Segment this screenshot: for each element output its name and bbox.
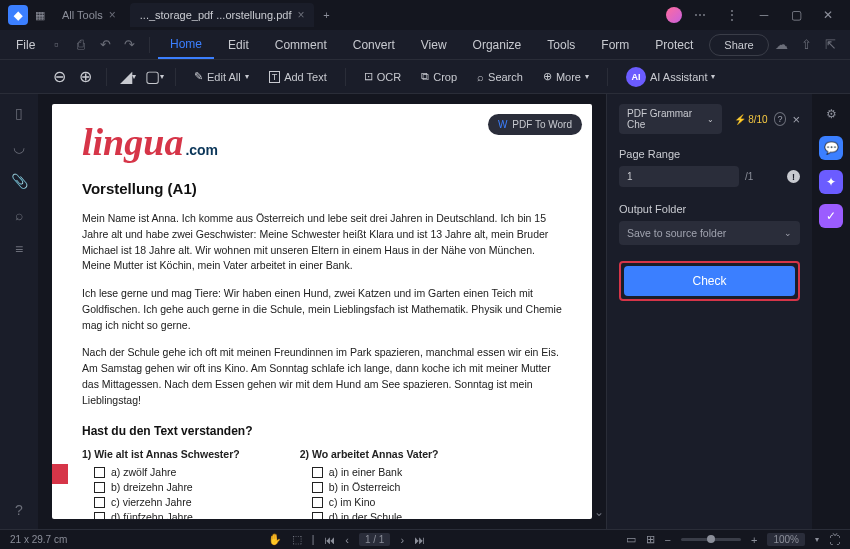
doc-subheading: Hast du den Text verstanden? [82,424,562,438]
page-range-input[interactable] [619,166,739,187]
fit-width-icon[interactable]: ⊞ [646,533,655,546]
checkbox[interactable] [94,512,105,519]
tab-all-tools[interactable]: All Tools× [52,3,126,27]
bookmarks-icon[interactable]: ◡ [10,138,28,156]
toolbox-icon[interactable]: ▦ [32,7,48,23]
zoom-out-icon[interactable]: − [665,534,671,546]
kebab-icon[interactable]: ⋮ [718,1,746,29]
file-menu[interactable]: File [8,34,43,56]
check-button[interactable]: Check [624,266,795,296]
ai-tool2-icon[interactable]: ✓ [819,204,843,228]
zoom-level: 100% [767,533,805,546]
tab-tools[interactable]: Tools [535,32,587,58]
scroll-down-icon[interactable]: ⌄ [594,505,604,519]
prev-page-icon[interactable]: ‹ [345,534,349,546]
hand-tool-icon[interactable]: ✋ [268,533,282,546]
close-button[interactable]: ✕ [814,1,842,29]
avatar[interactable] [666,7,682,23]
checkbox[interactable] [312,482,323,493]
statusbar: 21 x 29.7 cm ✋ ⬚ | ⏮ ‹ 1 / 1 › ⏭ ▭ ⊞ − +… [0,529,850,549]
tab-form[interactable]: Form [589,32,641,58]
checkbox[interactable] [312,497,323,508]
tab-organize[interactable]: Organize [461,32,534,58]
doc-paragraph: Mein Name ist Anna. Ich komme aus Österr… [82,211,562,274]
chevron-down-icon[interactable]: ⌄ [830,525,840,539]
share-button[interactable]: Share [709,34,768,56]
layers-icon[interactable]: ≡ [10,240,28,258]
tab-edit[interactable]: Edit [216,32,261,58]
zoom-in-icon[interactable]: ⊕ [76,68,94,86]
close-panel-icon[interactable]: × [792,112,800,127]
highlight-icon[interactable]: ◢▾ [119,68,137,86]
sliders-icon[interactable]: ⚙ [819,102,843,126]
save-icon[interactable]: ▫ [45,33,67,57]
select-tool-icon[interactable]: ⬚ [292,533,302,546]
checkbox[interactable] [94,497,105,508]
question-2: 2) Wo arbeitet Annas Vater? a) in einer … [300,448,439,519]
help-icon[interactable]: ? [10,501,28,519]
tab-comment[interactable]: Comment [263,32,339,58]
menubar: File ▫ ⎙ ↶ ↷ Home Edit Comment Convert V… [0,30,850,60]
pdf-to-word-button[interactable]: WPDF To Word [488,114,582,135]
zoom-slider[interactable] [681,538,741,541]
page-dimensions: 21 x 29.7 cm [10,534,67,545]
zoom-in-icon[interactable]: + [751,534,757,546]
fit-page-icon[interactable]: ▭ [626,533,636,546]
search-button[interactable]: ⌕Search [471,67,529,87]
crop-button[interactable]: ⧉Crop [415,66,463,87]
close-icon[interactable]: × [297,8,304,22]
more-icon[interactable]: ⋯ [686,1,714,29]
export-icon[interactable]: ⇱ [820,33,842,57]
ai-tool-icon[interactable]: ✦ [819,170,843,194]
minimize-button[interactable]: ─ [750,1,778,29]
add-text-button[interactable]: TAdd Text [263,67,333,87]
page-total: /1 [745,171,753,182]
checkbox[interactable] [312,467,323,478]
search-nav-icon[interactable]: ⌕ [10,206,28,224]
tab-protect[interactable]: Protect [643,32,705,58]
app-icon: ◆ [8,5,28,25]
chat-icon[interactable]: 💬 [819,136,843,160]
ocr-button[interactable]: ⊡OCR [358,66,407,87]
upload-icon[interactable]: ⇧ [795,33,817,57]
last-page-icon[interactable]: ⏭ [414,534,425,546]
page-range-label: Page Range [619,148,800,160]
new-tab-button[interactable]: + [318,7,334,23]
help-icon[interactable]: ? [774,112,787,126]
more-button[interactable]: ⊕More▾ [537,66,595,87]
edit-all-button[interactable]: ✎Edit All▾ [188,66,255,87]
page-accent [52,464,68,484]
undo-icon[interactable]: ↶ [94,33,116,57]
tab-document[interactable]: ..._storage_pdf ...orstellung.pdf× [130,3,315,27]
maximize-button[interactable]: ▢ [782,1,810,29]
print-icon[interactable]: ⎙ [70,33,92,57]
toolbar: ⊖ ⊕ ◢▾ ▢▾ ✎Edit All▾ TAdd Text ⊡OCR ⧉Cro… [0,60,850,94]
pdf-page: WPDF To Word lingua .com Vorstellung (A1… [52,104,592,519]
credits-badge: ⚡8/10 [734,114,767,125]
checkbox[interactable] [312,512,323,519]
doc-paragraph: Nach der Schule gehe ich oft mit meinen … [82,345,562,408]
cloud-icon[interactable]: ☁ [771,33,793,57]
checkbox[interactable] [94,467,105,478]
titlebar: ◆ ▦ All Tools× ..._storage_pdf ...orstel… [0,0,850,30]
tab-convert[interactable]: Convert [341,32,407,58]
shape-icon[interactable]: ▢▾ [145,68,163,86]
warning-icon[interactable]: ! [787,170,800,183]
first-page-icon[interactable]: ⏮ [324,534,335,546]
ai-assistant-button[interactable]: AIAI Assistant▾ [620,63,721,91]
next-page-icon[interactable]: › [400,534,404,546]
page-indicator: 1 / 1 [359,533,390,546]
logo-suffix: .com [185,142,218,158]
doc-heading: Vorstellung (A1) [82,180,562,197]
question-1: 1) Wie alt ist Annas Schwester? a) zwölf… [82,448,240,519]
thumbnails-icon[interactable]: ▯ [10,104,28,122]
tab-view[interactable]: View [409,32,459,58]
zoom-out-icon[interactable]: ⊖ [50,68,68,86]
attachments-icon[interactable]: 📎 [10,172,28,190]
close-icon[interactable]: × [109,8,116,22]
grammar-check-dropdown[interactable]: PDF Grammar Che⌄ [619,104,722,134]
checkbox[interactable] [94,482,105,493]
output-folder-select[interactable]: Save to source folder⌄ [619,221,800,245]
tab-home[interactable]: Home [158,31,214,59]
redo-icon[interactable]: ↷ [119,33,141,57]
